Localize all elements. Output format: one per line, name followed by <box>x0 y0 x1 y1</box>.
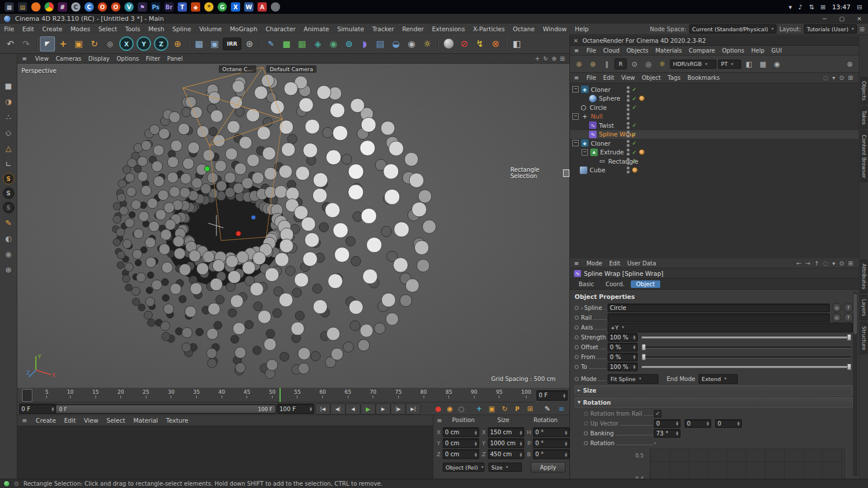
generators-button[interactable]: ▦ <box>295 36 310 51</box>
menu-item[interactable]: Animate <box>300 25 333 32</box>
taskbar-app-icon[interactable] <box>45 2 54 12</box>
taskbar-app-icon[interactable]: A <box>258 2 267 12</box>
octane-menu-item[interactable]: GUI <box>768 47 785 54</box>
om-grid-icon[interactable]: ⊞ <box>848 75 853 81</box>
goto-start-button[interactable]: |◀ <box>315 404 330 415</box>
am-history-back-icon[interactable]: ← <box>796 260 801 267</box>
dock-tab[interactable]: Attributes <box>860 260 867 293</box>
to-slider[interactable] <box>642 363 851 371</box>
am-menu-item[interactable]: User Data <box>624 260 660 267</box>
octane-menu-item[interactable]: Compare <box>685 47 718 54</box>
menu-item[interactable]: Edit <box>19 25 38 32</box>
play-button[interactable]: ▶ <box>361 404 376 415</box>
octane-sun-icon[interactable]: ☼ <box>656 58 668 70</box>
object-row-cube[interactable]: Cube <box>570 166 859 175</box>
render-view-button[interactable]: ▦ <box>192 36 207 51</box>
octane-menu-item[interactable]: File <box>583 47 599 54</box>
coordinate-system-button[interactable]: ⊕ <box>170 36 185 51</box>
om-hamburger-icon[interactable]: ≡ <box>570 75 583 81</box>
taskbar-app-icon[interactable]: ◆ <box>191 2 200 12</box>
deformer-button[interactable]: ◗ <box>357 36 372 51</box>
rotation-h-input[interactable]: 0 ° <box>533 427 569 437</box>
viewport-menu-item[interactable]: Cameras <box>52 56 84 62</box>
texture-tag[interactable] <box>639 95 645 101</box>
display-mode-button[interactable]: ◧ <box>509 36 524 51</box>
viewport-menu-item[interactable]: Display <box>85 56 113 62</box>
fields-button[interactable]: ◒ <box>388 36 403 51</box>
spline-link-field[interactable]: Circle <box>608 304 830 312</box>
anim-dot[interactable] <box>575 365 579 369</box>
dock-tab[interactable]: Content Browser <box>860 131 867 182</box>
record-scale-toggle[interactable]: ▣ <box>486 404 498 414</box>
menu-item[interactable]: Window <box>539 25 571 32</box>
prev-frame-button[interactable]: ◀ <box>345 404 361 415</box>
collapse-toggle[interactable]: − <box>572 113 579 120</box>
rotation-from-rail-checkbox[interactable]: ✓ <box>654 410 661 417</box>
enabled-check[interactable]: ✓ <box>632 131 637 138</box>
notifications-icon[interactable]: ⊟ <box>857 3 862 11</box>
enabled-check[interactable]: ✓ <box>632 149 637 156</box>
preview-range-slider[interactable]: 0 F 100 F <box>55 404 277 414</box>
clock[interactable]: 13:47 <box>832 3 851 11</box>
am-search-icon[interactable]: ◌ <box>823 260 828 267</box>
x-axis-lock-button[interactable]: X <box>119 36 134 51</box>
anim-dot[interactable] <box>575 316 579 320</box>
octane-kernel-select[interactable]: PT <box>718 60 741 69</box>
visibility-dots[interactable] <box>627 131 630 138</box>
menu-item[interactable]: File <box>0 25 19 32</box>
octane-close-icon[interactable]: ✕ <box>573 38 578 44</box>
mode-select[interactable]: Fit Spline <box>608 374 659 384</box>
viewport-orbit-icon[interactable]: ↻ <box>543 56 548 62</box>
octane-settings-icon[interactable]: ⊛ <box>573 58 585 70</box>
menu-item[interactable]: Create <box>38 25 67 32</box>
record-rotation-toggle[interactable]: ↻ <box>499 404 510 414</box>
octane-options-icon[interactable]: ⊛ <box>844 58 856 70</box>
attribute-scrollbar[interactable] <box>853 292 858 476</box>
octane-response-select[interactable]: HDR/sRGB <box>670 60 716 69</box>
octane-hamburger-icon[interactable]: ≡ <box>570 47 583 54</box>
menu-item[interactable]: Spline <box>168 25 195 32</box>
key-list-button[interactable]: ≡ <box>556 404 567 414</box>
visibility-dots[interactable] <box>627 104 630 111</box>
menu-item[interactable]: Extensions <box>428 25 469 32</box>
material-menu-item[interactable]: Select <box>102 417 129 424</box>
texture-tag[interactable] <box>639 149 645 155</box>
octane-menu-item[interactable]: Options <box>719 47 748 54</box>
coords-hamburger-icon[interactable]: ≡ <box>433 417 446 424</box>
simulate-button[interactable]: ◉ <box>326 36 341 51</box>
octane-region-button[interactable]: R <box>615 58 627 69</box>
viewport-menu-item[interactable]: Options <box>113 56 142 62</box>
octane-pause-icon[interactable]: ∥ <box>601 58 613 70</box>
visibility-dots[interactable] <box>627 95 630 102</box>
object-row-cloner2[interactable]: − Cloner ✓ <box>570 139 859 148</box>
anim-dot[interactable] <box>584 422 588 426</box>
am-history-forward-icon[interactable]: → <box>806 260 810 267</box>
current-frame-input[interactable]: 0 F <box>19 404 56 414</box>
selection-tool-button[interactable]: ◤ <box>40 36 55 51</box>
taskbar-app-icon[interactable]: * <box>204 2 214 12</box>
visibility-dots[interactable] <box>627 122 630 129</box>
am-parent-icon[interactable]: ↑ <box>814 260 819 267</box>
dock-tab[interactable]: Objects <box>860 77 867 105</box>
end-mode-select[interactable]: Extend <box>698 374 738 384</box>
octane-image-icon[interactable]: ▦ <box>757 58 769 70</box>
timeline-ruler[interactable]: 0 5 10 15 20 25 30 35 40 45 50 55 60 65 … <box>17 387 535 402</box>
om-lock-icon[interactable]: ⊙ <box>839 75 844 81</box>
pen-overlay-button[interactable]: ✎ <box>542 404 553 414</box>
taskbar-app-icon[interactable]: C <box>84 2 94 12</box>
object-row-spline-wrap[interactable]: Spline Wrap ✓ <box>570 130 859 139</box>
y-axis-lock-button[interactable]: Y <box>137 36 151 51</box>
taskbar-app-icon[interactable]: ⚑ <box>138 2 147 12</box>
anim-dot[interactable] <box>575 306 579 310</box>
record-parameter-toggle[interactable]: P <box>512 404 523 414</box>
to-input[interactable]: 100 % <box>608 363 638 371</box>
polygons-mode-icon[interactable]: △ <box>2 142 15 154</box>
viewport-zoom-icon[interactable]: ⊕ <box>551 56 556 62</box>
enabled-check[interactable]: ✓ <box>632 122 637 128</box>
volume-icon[interactable]: ♪ <box>799 3 803 11</box>
octane-menu-item[interactable]: Objects <box>623 47 652 54</box>
octane-render-button[interactable]: ⊗ <box>488 36 503 51</box>
close-button[interactable]: ✕ <box>851 16 868 22</box>
texture-mode-icon[interactable]: ◑ <box>2 95 15 108</box>
collapse-toggle[interactable]: − <box>582 149 588 156</box>
